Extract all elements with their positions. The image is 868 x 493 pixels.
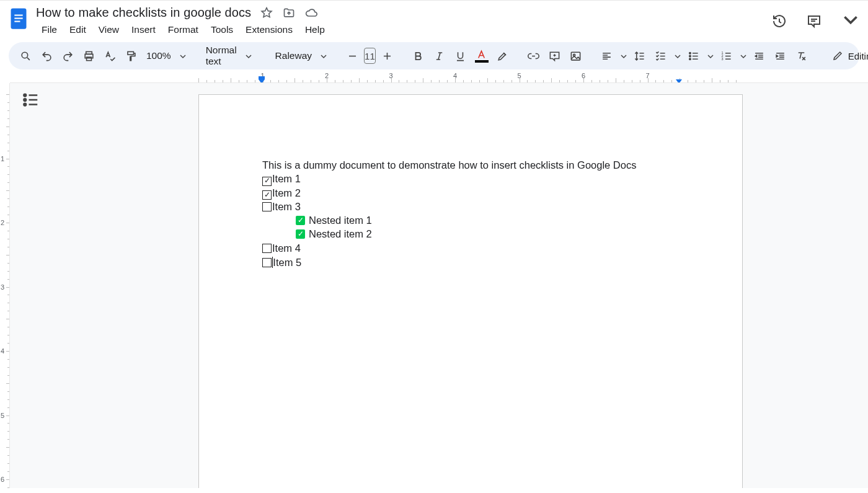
item-label: Item 1 (272, 173, 301, 184)
document-page[interactable]: This is a dummy document to demonstrate … (198, 94, 743, 488)
font-size-decrease[interactable] (343, 47, 361, 65)
insert-image-icon[interactable] (567, 47, 585, 65)
svg-point-14 (689, 58, 691, 60)
insert-link-icon[interactable] (525, 47, 543, 65)
search-menu-icon[interactable] (16, 47, 35, 65)
zoom-select[interactable]: 100% (143, 50, 186, 61)
chevron-down-icon[interactable] (621, 51, 627, 61)
chevron-down-icon[interactable] (707, 51, 714, 61)
chevron-down-icon[interactable] (675, 51, 681, 61)
vertical-ruler[interactable]: 123456 (0, 83, 10, 488)
print-icon[interactable] (79, 47, 98, 65)
paint-format-icon[interactable] (122, 47, 140, 65)
svg-text:3: 3 (722, 56, 724, 60)
svg-point-19 (24, 99, 26, 101)
svg-point-18 (24, 94, 26, 97)
move-icon[interactable] (282, 6, 296, 20)
line-spacing-icon[interactable] (631, 47, 649, 65)
workspace: 1234567 123456 This is a dummy document … (0, 69, 868, 488)
font-select[interactable]: Raleway (268, 50, 330, 61)
title-area: How to make checklists in google docs Fi… (36, 6, 765, 37)
outline-toggle-icon[interactable] (21, 91, 40, 109)
checkbox-unchecked-icon[interactable] (262, 202, 272, 211)
checklist-icon[interactable] (652, 47, 670, 65)
menu-view[interactable]: View (93, 22, 125, 37)
menu-file[interactable]: File (36, 22, 63, 37)
paragraph-style-select[interactable]: Normal text (198, 45, 255, 67)
font-size-input[interactable]: 11 (364, 48, 376, 64)
doc-text[interactable]: This is a dummy document to demonstrate … (262, 158, 679, 172)
svg-point-13 (689, 55, 691, 56)
text-color-swatch (475, 60, 489, 63)
indent-increase-icon[interactable] (771, 47, 790, 65)
menu-help[interactable]: Help (299, 22, 330, 37)
chevron-down-icon (321, 51, 327, 61)
horizontal-ruler[interactable]: 1234567 (10, 69, 868, 83)
item-label: Item 5 (273, 257, 301, 268)
spellcheck-icon[interactable] (100, 47, 119, 65)
checklist-item[interactable]: Item 5 (262, 255, 679, 269)
checklist-item[interactable]: Item 2 (262, 186, 679, 200)
style-value: Normal text (202, 45, 241, 67)
chevron-down-icon[interactable] (740, 51, 746, 61)
add-comment-icon[interactable] (546, 47, 564, 65)
history-icon[interactable] (771, 13, 787, 29)
bulleted-list-icon[interactable] (684, 47, 703, 65)
checklist-item[interactable]: Item 3 (262, 200, 679, 213)
text-cursor (272, 257, 273, 268)
app-header: How to make checklists in google docs Fi… (0, 1, 868, 38)
chevron-down-icon (843, 12, 858, 30)
item-label: Item 4 (272, 242, 301, 254)
underline-icon[interactable] (451, 47, 470, 65)
item-label: Item 3 (272, 201, 301, 212)
checklist-nested-item[interactable]: ✓Nested item 1 (262, 213, 679, 227)
checklist-item[interactable]: Item 1 (262, 172, 679, 185)
svg-point-5 (22, 52, 28, 58)
menu-edit[interactable]: Edit (64, 22, 92, 37)
checklist-nested-item[interactable]: ✓Nested item 2 (262, 227, 679, 241)
toolbar: 100% Normal text Raleway 11 123 Editing (9, 42, 859, 69)
comments-icon[interactable] (806, 13, 822, 29)
checkbox-unchecked-icon[interactable] (262, 258, 272, 267)
checkbox-checked-icon[interactable] (262, 177, 272, 186)
font-value: Raleway (272, 50, 316, 61)
menu-format[interactable]: Format (162, 22, 204, 37)
redo-icon[interactable] (58, 47, 77, 65)
item-label: Item 2 (272, 187, 301, 198)
document-title[interactable]: How to make checklists in google docs (36, 6, 251, 20)
indent-decrease-icon[interactable] (750, 47, 769, 65)
green-check-icon[interactable]: ✓ (296, 229, 305, 239)
video-call-button[interactable] (841, 13, 857, 29)
svg-point-20 (24, 104, 26, 106)
clear-formatting-icon[interactable] (792, 47, 811, 65)
svg-rect-3 (14, 21, 20, 22)
font-size-increase[interactable] (378, 47, 397, 65)
align-icon[interactable] (598, 47, 616, 65)
document-canvas: This is a dummy document to demonstrate … (10, 83, 868, 488)
highlight-icon[interactable] (494, 47, 512, 65)
chevron-down-icon (180, 51, 186, 61)
checkbox-unchecked-icon[interactable] (262, 244, 272, 253)
docs-logo[interactable] (7, 6, 30, 34)
bold-icon[interactable] (409, 47, 428, 65)
mode-select[interactable]: Editing (826, 46, 868, 66)
italic-icon[interactable] (430, 47, 449, 65)
menu-tools[interactable]: Tools (205, 22, 239, 37)
numbered-list-icon[interactable]: 123 (717, 47, 736, 65)
menu-insert[interactable]: Insert (126, 22, 161, 37)
checklist-item[interactable]: Item 4 (262, 241, 679, 255)
svg-rect-2 (14, 18, 22, 19)
title-row: How to make checklists in google docs (36, 6, 765, 20)
menu-extensions[interactable]: Extensions (240, 22, 298, 37)
checkbox-checked-icon[interactable] (262, 190, 272, 200)
chevron-down-icon (246, 51, 252, 61)
svg-rect-1 (14, 15, 22, 16)
text-color-icon[interactable] (472, 47, 491, 65)
cloud-status-icon[interactable] (304, 6, 318, 20)
green-check-icon[interactable]: ✓ (296, 216, 305, 225)
star-icon[interactable] (260, 6, 273, 20)
undo-icon[interactable] (37, 47, 56, 65)
item-label: Nested item 2 (309, 227, 372, 241)
zoom-value: 100% (143, 50, 175, 61)
svg-rect-10 (572, 52, 580, 60)
